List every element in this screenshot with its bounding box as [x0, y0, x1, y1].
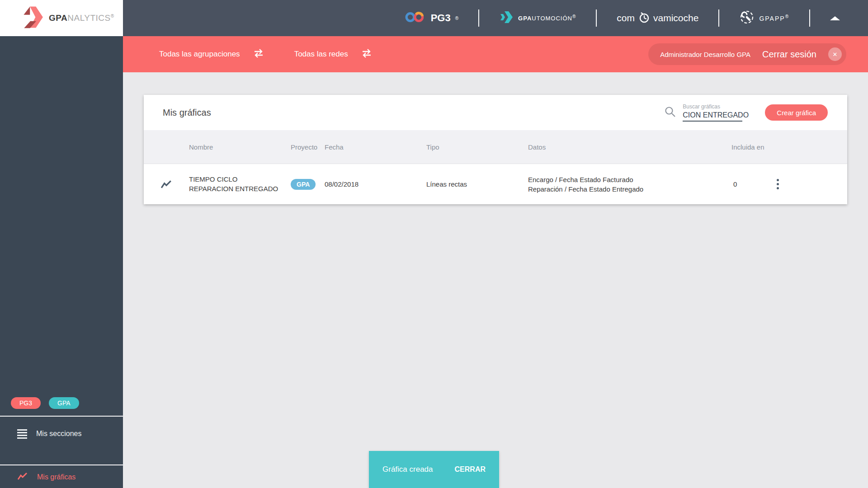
column-header-proyecto: Proyecto: [291, 143, 325, 151]
sections-list-icon: [17, 429, 27, 439]
chart-line-icon: [17, 472, 28, 482]
comyovamicoche-logo[interactable]: com vamicoche: [617, 11, 698, 25]
project-badge: GPA: [291, 179, 316, 190]
column-header-fecha: Fecha: [325, 143, 426, 151]
wrench-circle-icon: [739, 9, 755, 27]
chart-date: 08/02/2018: [325, 180, 426, 188]
session-chip: Administrador Desarrollo GPA Cerrar sesi…: [648, 43, 846, 65]
row-menu-kebab-icon[interactable]: [777, 179, 779, 189]
table-row[interactable]: TIEMPO CICLO REPARACION ENTREGADO GPA 08…: [144, 164, 847, 204]
filter-bar: Todas las agrupaciones Todas las redes A…: [123, 36, 868, 72]
clock-icon: [638, 11, 650, 25]
swap-icon[interactable]: [252, 48, 265, 61]
toast-notification: Gráfica creada CERRAR: [369, 451, 499, 488]
collapse-topbar-arrow-icon[interactable]: [830, 16, 840, 20]
charts-card: Mis gráficas Buscar gráficas CION ENTREG…: [144, 95, 847, 204]
sidebar-divider: [0, 416, 123, 417]
search-zone: Buscar gráficas CION ENTREGADO Crear grá…: [664, 103, 828, 122]
gpanalytics-arrow-icon: [18, 5, 43, 31]
gpa-badge: GPA: [49, 397, 79, 409]
column-header-incluida-en: Incluida en: [731, 143, 772, 151]
search-input[interactable]: Buscar gráficas CION ENTREGADO: [683, 103, 742, 122]
sidebar-divider: [0, 465, 123, 465]
gpautomocion-logo[interactable]: GPAUTOMOCIÓN®: [499, 10, 576, 26]
topbar-separator: [718, 9, 719, 27]
page-title: Mis gráficas: [163, 108, 211, 118]
groupings-filter[interactable]: Todas las agrupaciones: [159, 48, 265, 61]
pg3-logo[interactable]: PG3®: [405, 11, 458, 25]
sidebar-item-sections[interactable]: Mis secciones: [0, 427, 123, 440]
table-header: Nombre Proyecto Fecha Tipo Datos Incluid…: [144, 130, 847, 164]
create-chart-button[interactable]: Crear gráfica: [765, 104, 828, 121]
topbar-separator: [478, 9, 479, 27]
logout-button[interactable]: Cerrar sesión: [762, 49, 816, 60]
chart-line-icon: [144, 180, 189, 189]
search-input-value: CION ENTREGADO: [683, 111, 749, 119]
search-input-label: Buscar gráficas: [683, 103, 742, 110]
topbar-separator: [809, 9, 810, 27]
pg3-infinity-icon: [405, 11, 426, 25]
included-in-count: 0: [731, 180, 772, 188]
current-user-label: Administrador Desarrollo GPA: [660, 51, 750, 58]
toast-close-button[interactable]: CERRAR: [455, 465, 486, 474]
column-header-nombre: Nombre: [189, 143, 291, 151]
column-header-datos: Datos: [528, 143, 731, 151]
networks-filter[interactable]: Todas las redes: [294, 48, 373, 61]
pg3-badge: PG3: [11, 397, 41, 409]
chart-type: Líneas rectas: [426, 180, 528, 188]
gpautomocion-arrow-icon: [499, 10, 514, 26]
search-icon[interactable]: [664, 106, 676, 120]
card-header: Mis gráficas Buscar gráficas CION ENTREG…: [144, 95, 847, 130]
toast-message: Gráfica creada: [382, 465, 433, 474]
topbar-separator: [596, 9, 597, 27]
gpapp-logo[interactable]: GPAPP®: [739, 9, 789, 27]
sidebar-item-charts[interactable]: Mis gráficas: [0, 471, 123, 483]
topbar: PG3® GPAUTOMOCIÓN® com vamicoche: [123, 0, 868, 36]
chart-data-fields: Encargo / Fecha Estado Facturado Reparac…: [528, 175, 731, 194]
swap-icon[interactable]: [360, 48, 373, 61]
sidebar-badges: PG3 GPA: [11, 397, 79, 409]
app-logo: GPANALYTICS®: [0, 0, 123, 36]
column-header-tipo: Tipo: [426, 143, 528, 151]
chart-name: TIEMPO CICLO REPARACION ENTREGADO: [189, 175, 291, 193]
sidebar: PG3 GPA Mis secciones Mis gráficas: [0, 36, 123, 488]
app-logo-wordmark: GPANALYTICS®: [49, 13, 114, 23]
logout-close-icon[interactable]: ✕: [828, 47, 842, 61]
